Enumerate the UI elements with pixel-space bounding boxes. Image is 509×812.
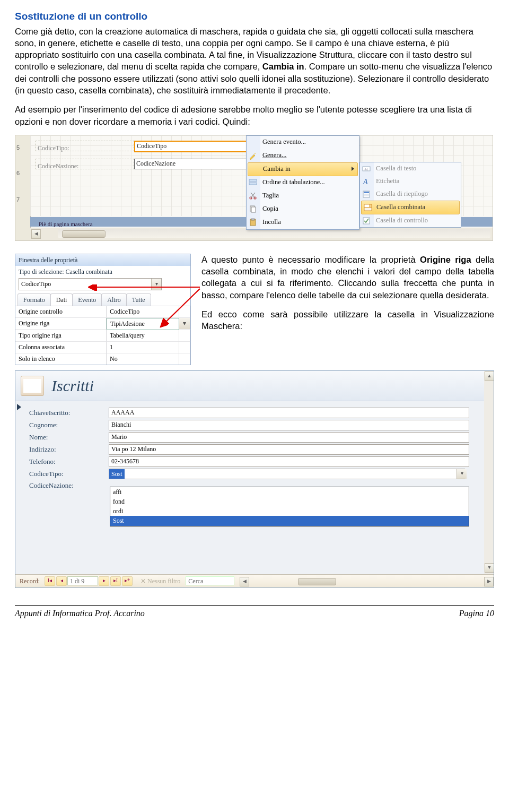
nav-search[interactable]: Cerca <box>186 576 234 585</box>
label-a-icon: A <box>362 177 371 186</box>
fi-cognome[interactable]: Bianchi <box>109 420 469 430</box>
vscroll-up-icon[interactable]: ▲ <box>485 372 494 381</box>
dropdown-item-fond[interactable]: fond <box>110 497 469 506</box>
footer-right: Pagina 10 <box>459 608 494 619</box>
form-icon <box>21 376 44 396</box>
fi-codicetipo-value: Sost <box>109 469 125 479</box>
menu-copia[interactable]: Copia <box>247 203 359 216</box>
hscroll-left-icon[interactable]: ◀ <box>240 577 249 586</box>
tabs-icon <box>249 178 257 187</box>
svg-rect-8 <box>251 219 254 220</box>
prop-r4-value[interactable]: 1 <box>107 342 179 353</box>
hscroll-track[interactable] <box>58 229 490 238</box>
nav-last-icon[interactable]: ▸I <box>110 576 121 586</box>
menu-taglia[interactable]: Taglia <box>247 189 359 203</box>
wand-icon <box>249 151 257 160</box>
checkbox-icon <box>362 217 371 225</box>
svg-rect-18 <box>364 208 372 211</box>
dropdown-item-sost[interactable]: Sost <box>110 516 469 525</box>
listbox-icon <box>362 190 371 198</box>
dropdown-icon[interactable]: ▾ <box>457 469 467 479</box>
label-codicenazione: CodiceNazione: <box>36 159 134 169</box>
tab-dati[interactable]: Dati <box>50 293 73 306</box>
fl-cognome: Cognome: <box>15 420 109 430</box>
fi-chiaveiscritto[interactable]: AAAAA <box>109 408 469 418</box>
nav-nofilter[interactable]: ✕ Nessun filtro <box>141 577 180 585</box>
menu-taglia-label: Taglia <box>262 191 279 200</box>
vertical-ruler: 5 6 7 <box>15 135 31 240</box>
nav-prev-icon[interactable]: ◂ <box>56 576 67 586</box>
tab-formato[interactable]: Formato <box>17 293 51 306</box>
svg-rect-2 <box>249 183 257 185</box>
svg-text:ab|: ab| <box>364 167 368 171</box>
nav-page[interactable]: 1 di 9 <box>67 576 98 585</box>
page-footer: Appunti di Informatica Prof. Accarino Pa… <box>15 608 494 619</box>
textbox-codicetipo[interactable]: CodiceTipo <box>134 141 248 152</box>
screenshot-form-view: Iscritti ChiaveIscritto:AAAAA Cognome:Bi… <box>15 370 494 588</box>
section-heading: Sostituzione di un controllo <box>15 10 494 23</box>
svg-rect-19 <box>363 218 370 224</box>
submenu-casella-di-testo[interactable]: ab| Casella di testo <box>360 162 461 175</box>
fi-telefono[interactable]: 02-345678 <box>109 456 469 467</box>
hscroll-right-icon[interactable]: ▶ <box>484 577 494 586</box>
label-codicenazione-text: CodiceNazione: <box>36 162 78 170</box>
nav-first-icon[interactable]: I◂ <box>45 576 55 586</box>
textbox-codicenazione[interactable]: CodiceNazione <box>134 159 247 169</box>
vscroll-down-icon[interactable]: ▼ <box>485 563 494 573</box>
menu-incolla[interactable]: Incolla <box>247 216 359 229</box>
hscroll-thumb[interactable] <box>298 578 336 585</box>
svg-rect-1 <box>249 179 257 182</box>
fl-codicetipo: CodiceTipo: <box>15 469 109 479</box>
ruler-7: 7 <box>16 196 20 204</box>
submenu-casella-combinata-label: Casella combinata <box>376 203 425 212</box>
submenu-cambia-in: ab| Casella di testo A Etichetta Casella… <box>359 162 461 228</box>
submenu-casella-di-controllo[interactable]: Casella di controllo <box>360 214 461 227</box>
paste-icon <box>249 218 257 227</box>
dropdown-item-affi[interactable]: affi <box>110 487 469 497</box>
p1b: Cambia in <box>262 62 304 71</box>
menu-cambia-in[interactable]: Cambia in <box>248 162 358 176</box>
context-menu: Genera evento... Genera... Cambia in Ord… <box>246 135 359 230</box>
menu-genera-evento[interactable]: Genera evento... <box>247 136 359 149</box>
combobox-icon <box>364 203 372 212</box>
screenshot-property-sheet: Finestra delle proprietà Tipo di selezio… <box>15 254 190 365</box>
fl-nome: Nome: <box>15 433 109 442</box>
menu-ordine-tabulazione-label: Ordine di tabulazione... <box>262 178 325 187</box>
menu-cambia-in-label: Cambia in <box>263 165 291 174</box>
svg-rect-6 <box>251 207 256 212</box>
nav-next-icon[interactable]: ▸ <box>99 576 109 586</box>
hscroll-thumb[interactable] <box>62 230 106 238</box>
menu-genera[interactable]: Genera... <box>247 149 359 162</box>
submenu-casella-di-controllo-label: Casella di controllo <box>376 216 428 225</box>
nav-new-icon[interactable]: ▸* <box>122 576 133 586</box>
form-header: Iscritti <box>15 371 494 401</box>
paragraph-3: A questo punto è necessario modificare l… <box>201 254 494 301</box>
menu-ordine-tabulazione[interactable]: Ordine di tabulazione... <box>247 176 359 189</box>
property-sheet-subtitle: Tipo di selezione: Casella combinata <box>15 266 190 276</box>
label-codicetipo: CodiceTipo: <box>36 141 134 151</box>
svg-rect-13 <box>364 192 369 193</box>
fi-codicetipo[interactable]: Sost ▾ <box>109 469 465 479</box>
submenu-arrow-icon <box>352 167 354 171</box>
copy-icon <box>249 205 257 213</box>
svg-rect-17 <box>370 204 372 208</box>
submenu-casella-combinata[interactable]: Casella combinata <box>361 201 460 214</box>
menu-copia-label: Copia <box>262 204 278 213</box>
submenu-etichetta[interactable]: A Etichetta <box>360 175 461 188</box>
annotation-arrow <box>86 284 203 332</box>
hscroll-left-icon[interactable]: ◀ <box>31 229 41 239</box>
dropdown-list: affi fond ordi Sost <box>110 487 469 526</box>
submenu-casella-di-riepilogo[interactable]: Casella di riepilogo <box>360 188 461 201</box>
nav-hscroll[interactable]: ◀ ▶ <box>240 577 494 585</box>
property-sheet-title: Finestra delle proprietà <box>15 254 190 266</box>
p3a: A questo punto è necessario modificare l… <box>201 255 420 264</box>
prop-r5-value[interactable]: No <box>107 353 179 365</box>
vscrollbar[interactable]: ▲ ▼ <box>484 371 494 574</box>
screenshot-design-view: 5 6 7 CodiceTipo: CodiceTipo CodiceNazio… <box>15 135 493 241</box>
fi-indirizzo[interactable]: Via po 12 Milano <box>109 444 469 455</box>
form-footer-label: Piè di pagina maschera <box>30 221 93 227</box>
fi-nome[interactable]: Mario <box>109 432 469 443</box>
scissors-icon <box>249 192 257 200</box>
dropdown-item-ordi[interactable]: ordi <box>110 506 469 516</box>
prop-r5-label: Solo in elenco <box>15 353 107 365</box>
